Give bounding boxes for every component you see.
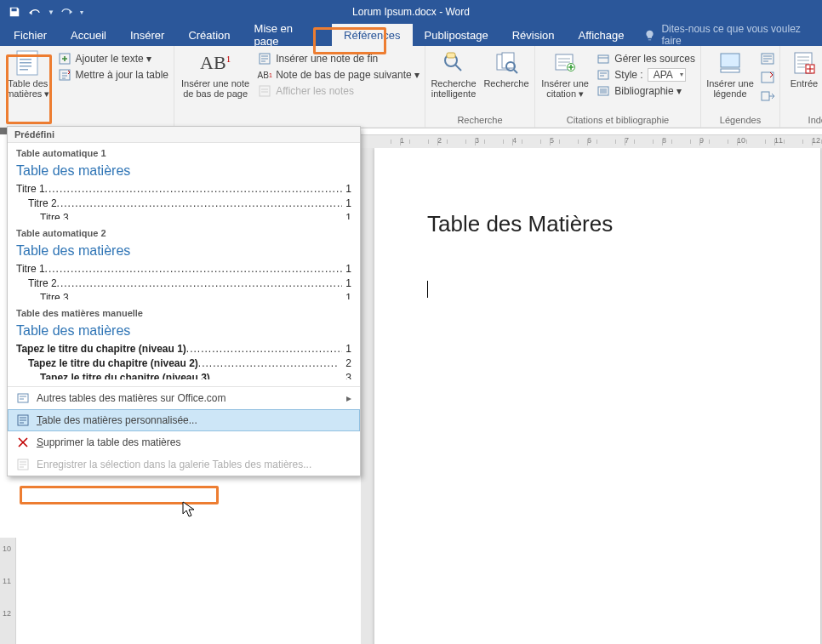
insert-endnote-button[interactable]: Insérer une note de fin — [258, 52, 420, 66]
endnote-icon — [258, 52, 271, 66]
quick-access-toolbar: ▼ ▾ — [0, 4, 83, 20]
next-footnote-icon: AB1 — [258, 68, 271, 82]
svg-rect-21 — [721, 69, 739, 72]
research-label: Recherche — [483, 78, 528, 88]
mark-entry-button[interactable]: Entrée — [785, 49, 822, 88]
ribbon: Table des matières ▾ Ajouter le texte ▾ … — [0, 46, 822, 128]
document-page: Table des Matières — [374, 148, 820, 644]
update-fig-table-icon[interactable] — [761, 71, 774, 84]
style-value-combo[interactable]: APA ▾ — [648, 68, 686, 82]
tell-me[interactable]: Dites-nous ce que vous voulez faire — [636, 24, 823, 46]
tell-me-label: Dites-nous ce que vous voulez faire — [661, 23, 822, 47]
save-selection-label: Enregistrer la sélection dans la galerie… — [37, 459, 311, 470]
tab-accueil[interactable]: Accueil — [59, 24, 118, 46]
tab-references[interactable]: Références — [332, 24, 412, 46]
tab-revision[interactable]: Révision — [500, 24, 567, 46]
svg-rect-3 — [20, 62, 31, 64]
remove-toc-button[interactable]: Supprimer la table des matières — [8, 431, 360, 453]
cross-reference-icon[interactable] — [761, 89, 774, 103]
add-text-icon — [58, 52, 71, 66]
gallery-item-manual[interactable]: Table des matières manuelle Table des ma… — [8, 306, 360, 386]
footnote-icon: AB1 — [197, 49, 233, 77]
mark-entry-label: Entrée — [791, 78, 818, 88]
window-title: Lorum Ipsum.docx - Word — [352, 0, 470, 24]
tab-insertion[interactable]: Insérer — [118, 24, 176, 46]
gallery-item-auto2-title: Table automatique 2 — [16, 228, 351, 238]
ruler-number: 10 — [737, 136, 745, 145]
update-icon — [58, 68, 71, 82]
svg-rect-9 — [260, 86, 270, 96]
undo-dropdown-icon[interactable]: ▼ — [48, 9, 54, 16]
tab-mise-en-page[interactable]: Mise en page — [243, 24, 332, 46]
save-selection-button: Enregistrer la sélection dans la galerie… — [8, 453, 360, 476]
bibliography-button[interactable]: Bibliographie ▾ — [597, 84, 695, 98]
redo-icon[interactable] — [60, 4, 75, 20]
text-cursor — [427, 281, 428, 298]
tab-creation[interactable]: Création — [176, 24, 242, 46]
custom-toc-button[interactable]: TTable des matières personnalisée...able… — [8, 409, 360, 431]
save-selection-icon — [16, 458, 30, 471]
manage-sources-button[interactable]: Gérer les sources — [597, 52, 695, 66]
undo-icon[interactable] — [27, 4, 43, 20]
show-notes-icon — [258, 84, 271, 98]
gallery-section-predefined: Prédéfini — [8, 127, 360, 143]
smart-lookup-icon — [440, 49, 467, 77]
update-table-button[interactable]: Mettre à jour la table — [58, 68, 168, 82]
gallery-item-manual-title: Table des matières manuelle — [16, 308, 351, 318]
tab-fichier[interactable]: Fichier — [0, 24, 59, 46]
toc-button-label: Table des matières ▾ — [6, 78, 49, 99]
toc-gallery-dropdown: Prédéfini Table automatique 1 Table des … — [7, 126, 361, 476]
save-icon[interactable] — [7, 4, 22, 20]
gallery-item-auto1-title: Table automatique 1 — [16, 148, 351, 158]
gallery-item-auto1[interactable]: Table automatique 1 Table des matières T… — [8, 143, 360, 226]
remove-icon — [16, 436, 30, 449]
office-icon — [16, 391, 30, 405]
svg-rect-17 — [598, 55, 608, 63]
gallery-item-manual-preview: Table des matières Tapez le titre du cha… — [16, 323, 351, 379]
index-entry-icon — [791, 49, 818, 77]
svg-rect-1 — [20, 54, 35, 56]
group-index-label: Inde — [780, 112, 822, 128]
citation-style-row[interactable]: Style : APA ▾ — [597, 68, 695, 82]
research-button[interactable]: Recherche — [483, 49, 529, 88]
group-citations-label: Citations et bibliographie — [535, 112, 700, 128]
svg-rect-5 — [20, 69, 28, 71]
citation-icon — [551, 49, 579, 77]
document-canvas[interactable]: Table des Matières — [361, 148, 822, 644]
tab-affichage[interactable]: Affichage — [567, 24, 636, 46]
insert-citation-label: Insérer une citation ▾ — [541, 78, 589, 99]
tab-publipostage[interactable]: Publipostage — [413, 24, 500, 46]
bibliography-icon — [597, 84, 610, 98]
style-label: Style : — [614, 69, 642, 81]
more-from-office-button[interactable]: Autres tables des matières sur Office.co… — [8, 387, 360, 409]
next-footnote-label: Note de bas de page suivante ▾ — [276, 69, 420, 81]
insert-caption-button[interactable]: Insérer une légende — [706, 49, 754, 99]
ribbon-tabs: Fichier Accueil Insérer Création Mise en… — [0, 24, 822, 46]
preview-title: Table des matières — [16, 243, 351, 259]
smart-lookup-button[interactable]: Recherche intelligente — [431, 49, 477, 99]
group-captions: Insérer une légende Légendes — [701, 46, 780, 128]
group-index: Entrée Inde — [780, 46, 822, 128]
gallery-item-auto2[interactable]: Table automatique 2 Table des matières T… — [8, 226, 360, 306]
style-value: APA — [654, 69, 673, 81]
preview-title: Table des matières — [16, 323, 351, 339]
add-text-button[interactable]: Ajouter le texte ▾ — [58, 52, 168, 66]
insert-fig-table-icon[interactable] — [761, 52, 774, 66]
preview-title: Table des matières — [16, 163, 351, 179]
ruler-vertical-fragment[interactable]: 10 11 12 — [0, 538, 16, 644]
qat-customize-icon[interactable]: ▾ — [80, 9, 83, 16]
update-table-label: Mettre à jour la table — [76, 69, 168, 81]
toc-button[interactable]: Table des matières ▾ — [5, 49, 51, 99]
insert-footnote-button[interactable]: AB1 Insérer une note de bas de page — [180, 49, 251, 99]
smart-lookup-label: Recherche intelligente — [431, 78, 476, 99]
svg-rect-11 — [447, 53, 455, 58]
caption-icon — [716, 49, 744, 77]
svg-rect-13 — [502, 53, 514, 68]
insert-caption-label: Insérer une légende — [706, 78, 754, 99]
insert-citation-button[interactable]: Insérer une citation ▾ — [540, 49, 590, 99]
show-notes-label: Afficher les notes — [276, 85, 354, 97]
custom-toc-icon — [16, 413, 30, 427]
add-text-label: Ajouter le texte ▾ — [76, 53, 151, 65]
document-heading: Table des Matières — [427, 211, 613, 237]
next-footnote-button[interactable]: AB1 Note de bas de page suivante ▾ — [258, 68, 420, 82]
